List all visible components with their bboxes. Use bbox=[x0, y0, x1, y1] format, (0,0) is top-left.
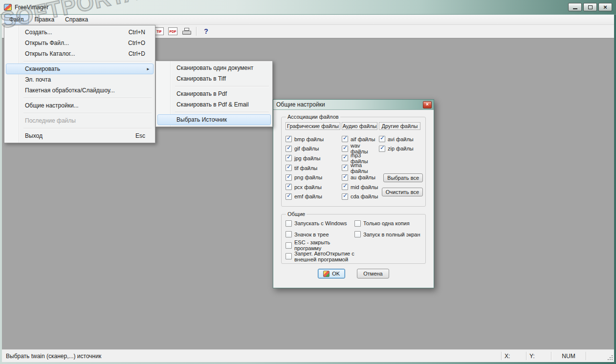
checkbox-row[interactable]: ✓cda файлы bbox=[342, 192, 379, 202]
checkbox[interactable] bbox=[286, 242, 292, 249]
checkbox[interactable] bbox=[286, 253, 292, 259]
checkbox-row[interactable]: ✓mid файлы bbox=[342, 182, 379, 192]
column-header: Другие файлы bbox=[379, 122, 420, 130]
resize-grip[interactable] bbox=[607, 350, 614, 362]
menu-item[interactable]: Сканировать в Pdf & Email bbox=[157, 99, 271, 110]
checkbox[interactable]: ✓ bbox=[342, 184, 348, 190]
checkbox[interactable]: ✓ bbox=[342, 193, 348, 200]
checkbox[interactable] bbox=[354, 231, 361, 237]
checkbox[interactable]: ✓ bbox=[342, 174, 348, 181]
clear-all-button[interactable]: Очистить все bbox=[382, 188, 423, 196]
column-header: Графические файлы bbox=[286, 122, 340, 130]
window-controls: × bbox=[568, 3, 612, 11]
checkbox-row[interactable]: ✓tif файлы bbox=[286, 163, 342, 173]
menu-item-shortcut: Esc bbox=[135, 132, 145, 139]
checkbox-row[interactable]: ✓au файлы bbox=[342, 172, 379, 182]
checkbox-row[interactable]: Запрет. АвтоОткрытие с внешней программо… bbox=[286, 252, 354, 261]
status-y-label: Y: bbox=[529, 353, 535, 360]
check-icon: ✓ bbox=[286, 192, 291, 199]
dialog-titlebar: Общие настройки × bbox=[273, 100, 434, 110]
checkbox-row[interactable]: ✓jpg файлы bbox=[286, 153, 342, 163]
checkbox-label: mid файлы bbox=[351, 184, 378, 190]
check-icon: ✓ bbox=[286, 163, 291, 170]
checkbox-row[interactable]: Запуск в полный экран bbox=[354, 230, 420, 239]
menu-item[interactable]: Открыть Каталог...Ctrl+D bbox=[6, 48, 154, 59]
menu-edit[interactable]: Правка bbox=[30, 15, 60, 24]
menu-item[interactable]: Пакетная обработка/Слайдшоу... bbox=[6, 85, 154, 96]
select-all-button[interactable]: Выбрать все bbox=[383, 173, 423, 182]
menu-separator bbox=[23, 111, 153, 115]
checkbox-row[interactable]: Только одна копия bbox=[354, 218, 410, 228]
checkbox[interactable]: ✓ bbox=[286, 165, 292, 171]
menu-item-label: Сканировать в Pdf & Email bbox=[176, 101, 249, 108]
menu-item[interactable]: Общие настройки... bbox=[6, 100, 154, 111]
checkbox[interactable]: ✓ bbox=[342, 155, 348, 161]
menu-item[interactable]: Эл. почта bbox=[6, 74, 154, 85]
checkbox-label: emf файлы bbox=[294, 193, 322, 199]
checkbox-label: Значок в трее bbox=[294, 232, 329, 237]
menu-help[interactable]: Справка bbox=[60, 15, 93, 24]
general-options-row: Значок в трееЗапуск в полный экран bbox=[286, 229, 422, 240]
checkbox-row[interactable]: ✓gif файлы bbox=[286, 144, 342, 154]
app-window: FreeVimager × Файл Правка Справка TIF PD… bbox=[0, 0, 616, 364]
checkbox-row[interactable]: ✓avi файлы bbox=[379, 134, 422, 144]
checkbox[interactable]: ✓ bbox=[379, 146, 385, 152]
status-x-label: X: bbox=[505, 353, 510, 360]
checkbox[interactable]: ✓ bbox=[286, 146, 292, 152]
checkbox-row[interactable]: ✓bmp файлы bbox=[286, 134, 342, 144]
checkbox[interactable]: ✓ bbox=[342, 146, 348, 152]
save-pdf-button[interactable]: PDF bbox=[167, 26, 179, 37]
checkbox[interactable]: ✓ bbox=[286, 174, 292, 181]
menu-file[interactable]: Файл bbox=[4, 15, 29, 24]
menu-separator bbox=[175, 110, 270, 114]
checkbox[interactable] bbox=[286, 231, 292, 237]
checkbox-row[interactable]: ✓png файлы bbox=[286, 172, 342, 182]
checkbox[interactable]: ✓ bbox=[286, 155, 292, 161]
general-options-row: Запускать с WindowsТолько одна копия bbox=[286, 218, 422, 229]
check-icon: ✓ bbox=[286, 134, 291, 141]
menu-item[interactable]: Создать...Ctrl+N bbox=[6, 27, 154, 38]
checkbox[interactable]: ✓ bbox=[286, 193, 292, 200]
menu-item[interactable]: Сканировать в Pdf bbox=[157, 88, 271, 99]
dialog-close-button[interactable]: × bbox=[423, 101, 432, 108]
menu-item[interactable]: ВыходEsc bbox=[6, 130, 154, 141]
checkbox-row[interactable]: ✓emf файлы bbox=[286, 192, 342, 202]
checkbox[interactable]: ✓ bbox=[342, 136, 348, 142]
checkbox-row[interactable]: ✓zip файлы bbox=[379, 144, 422, 154]
num-lock-indicator: NUM bbox=[562, 353, 575, 360]
checkbox-row[interactable]: ✓pcx файлы bbox=[286, 182, 342, 192]
checkbox[interactable]: ✓ bbox=[379, 136, 385, 142]
menu-item[interactable]: Сканировать один документ bbox=[157, 63, 271, 73]
checkbox[interactable] bbox=[286, 220, 292, 227]
menu-item-shortcut: Ctrl+O bbox=[128, 40, 145, 46]
ok-button[interactable]: OK bbox=[318, 269, 345, 278]
checkbox-label: avi файлы bbox=[388, 136, 414, 142]
close-button[interactable]: × bbox=[598, 3, 612, 11]
status-num-panel: NUM bbox=[551, 350, 586, 362]
tif-file-icon: TIF bbox=[154, 27, 164, 35]
checkbox-row[interactable]: ✓wma файлы bbox=[342, 163, 379, 173]
check-icon: ✓ bbox=[286, 144, 291, 151]
file-associations-title: Ассоциации файлов bbox=[286, 114, 340, 120]
checkbox-row[interactable]: Запускать с Windows bbox=[286, 218, 354, 228]
maximize-button[interactable] bbox=[583, 3, 597, 11]
menu-item[interactable]: Открыть Файл...Ctrl+O bbox=[6, 38, 154, 48]
menu-item[interactable]: Выбрать Источник bbox=[157, 114, 271, 125]
menu-item[interactable]: Сканировать► bbox=[6, 64, 154, 74]
checkbox-label: ESC - закрыть программу bbox=[294, 239, 354, 251]
cancel-button[interactable]: Отмена bbox=[357, 269, 389, 278]
checkbox[interactable]: ✓ bbox=[286, 184, 292, 190]
general-options-row: Запрет. АвтоОткрытие с внешней программо… bbox=[286, 251, 422, 262]
checkbox-row[interactable]: ESC - закрыть программу bbox=[286, 240, 354, 250]
status-x-panel: X: bbox=[502, 350, 526, 362]
checkbox[interactable] bbox=[354, 220, 361, 227]
menu-item[interactable]: Сканировать в Tiff bbox=[157, 73, 271, 84]
checkbox[interactable]: ✓ bbox=[342, 165, 348, 171]
checkbox-row[interactable]: Значок в трее bbox=[286, 230, 354, 239]
checkbox[interactable]: ✓ bbox=[286, 136, 292, 142]
minimize-button[interactable] bbox=[568, 3, 582, 11]
help-button[interactable]: ? bbox=[200, 26, 212, 37]
print-button[interactable] bbox=[180, 26, 193, 37]
printer-icon bbox=[182, 28, 191, 35]
settings-dialog: Общие настройки × Ассоциации файлов Граф… bbox=[273, 99, 434, 288]
